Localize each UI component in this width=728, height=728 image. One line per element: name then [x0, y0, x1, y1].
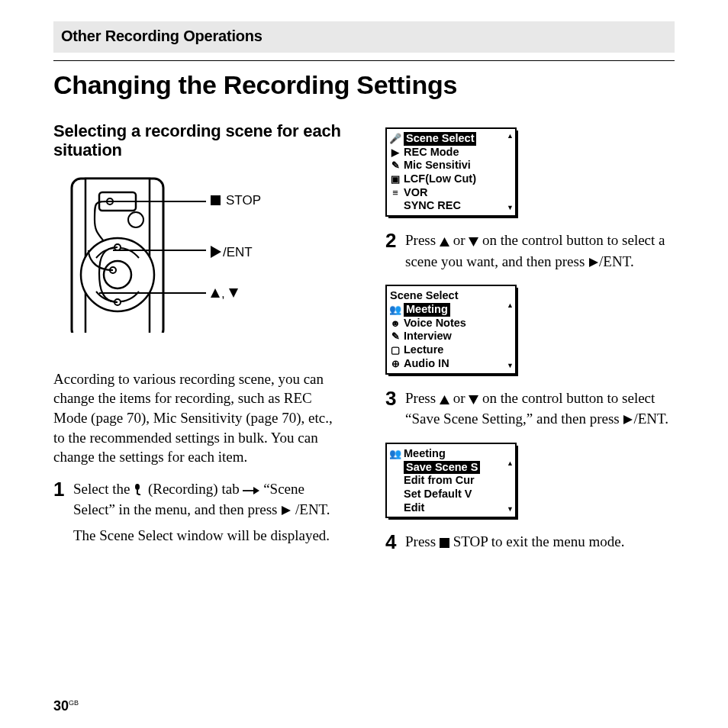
stop-square-icon — [440, 533, 449, 553]
step2-d: /ENT. — [599, 253, 634, 269]
svg-text:,: , — [221, 286, 225, 301]
step-1: 1 Select the (Recording) tab “Scene Sele… — [53, 479, 343, 550]
lcd1-row: LCF(Low Cut) — [404, 172, 476, 186]
step4-a: Press — [405, 533, 440, 549]
lcd1-selected: Scene Select — [404, 132, 476, 146]
device-diagram: STOP /ENT , — [56, 174, 343, 350]
step-body: Press or on the control button to select… — [405, 388, 675, 435]
svg-marker-18 — [211, 288, 220, 298]
page-title: Changing the Recording Settings — [53, 70, 675, 100]
audio-in-icon: ⊕ — [390, 358, 401, 370]
down-triangle-icon — [469, 390, 478, 410]
scroll-down-icon: ▼ — [507, 204, 514, 212]
step-3: 3 Press or on the control button to sele… — [385, 388, 675, 435]
manual-page: Other Recording Operations Changing the … — [0, 0, 728, 728]
svg-marker-28 — [440, 395, 449, 404]
lcd3-row: Edit — [404, 501, 424, 515]
meeting-icon: 👥 — [390, 304, 401, 316]
lcd2-row: Lecture — [404, 343, 443, 357]
lcd-screen-2: Scene Select ▲ 👥Meeting ☻Voice Notes ✎In… — [385, 285, 517, 374]
svg-marker-27 — [589, 258, 598, 267]
lcd1-row: Mic Sensitivi — [404, 159, 471, 172]
step-number: 2 — [385, 230, 401, 250]
right-column: ▲ 🎤Scene Select ▶REC Mode ✎Mic Sensitivi… — [385, 121, 675, 565]
horizontal-rule — [53, 60, 675, 61]
step-body: Select the (Recording) tab “Scene Select… — [73, 479, 343, 550]
svg-point-21 — [135, 484, 140, 490]
lcd1-row: VOR — [404, 186, 427, 200]
lcd2-selected: Meeting — [404, 303, 450, 317]
play-icon — [588, 253, 599, 273]
svg-marker-16 — [211, 246, 221, 258]
step1-text-a: Select the — [73, 481, 134, 497]
svg-marker-23 — [253, 487, 259, 494]
lcd1-row: REC Mode — [404, 146, 459, 159]
scroll-down-icon: ▼ — [507, 362, 514, 370]
step-number: 3 — [385, 388, 401, 408]
svg-point-5 — [104, 261, 131, 288]
scroll-up-icon: ▲ — [507, 301, 514, 310]
step3-b: or — [453, 390, 469, 406]
pencil-icon: ✎ — [390, 159, 401, 172]
svg-rect-31 — [440, 538, 449, 548]
step3-d: /ENT. — [633, 411, 668, 427]
step4-b: STOP to exit the menu mode. — [453, 533, 625, 549]
scroll-down-icon: ▼ — [507, 505, 514, 514]
step1-text-d: /ENT. — [295, 501, 330, 517]
microphone-icon — [134, 481, 144, 501]
lcd3-row: Set Default V — [404, 488, 472, 501]
header-band: Other Recording Operations — [53, 21, 675, 53]
left-column: Selecting a recording scene for each sit… — [53, 121, 343, 565]
up-triangle-icon — [440, 390, 449, 410]
svg-marker-24 — [282, 506, 291, 515]
svg-rect-14 — [211, 195, 221, 205]
meeting-icon: 👥 — [390, 448, 401, 460]
lcd1-row: SYNC REC — [404, 199, 461, 213]
svg-rect-2 — [67, 333, 168, 350]
scroll-up-icon: ▲ — [507, 132, 514, 140]
page-footer: 30GB — [53, 698, 79, 714]
microphone-icon: 🎤 — [390, 133, 401, 145]
display-icon: ▣ — [390, 173, 401, 185]
up-triangle-icon — [440, 232, 449, 252]
intro-paragraph: According to various recording scene, yo… — [53, 369, 343, 467]
section-label: Other Recording Operations — [61, 27, 667, 45]
svg-marker-25 — [440, 237, 449, 246]
lcd2-row: Interview — [404, 330, 452, 343]
voice-icon: ☻ — [390, 317, 401, 330]
step2-a: Press — [405, 232, 440, 248]
step-4: 4 Press STOP to exit the menu mode. — [385, 532, 675, 558]
play-icon — [623, 411, 633, 430]
step3-a: Press — [405, 390, 440, 406]
svg-marker-20 — [229, 288, 238, 298]
svg-marker-29 — [469, 395, 478, 404]
svg-text:/ENT: /ENT — [223, 245, 253, 259]
step-body: Press or on the control button to select… — [405, 230, 675, 277]
step-number: 1 — [53, 479, 69, 499]
columns: Selecting a recording scene for each sit… — [53, 121, 675, 565]
step-number: 4 — [385, 532, 401, 552]
lcd3-row: Edit from Cur — [404, 474, 475, 488]
subheading: Selecting a recording scene for each sit… — [53, 121, 343, 160]
step1-sub: The Scene Select window will be displaye… — [73, 526, 343, 546]
page-number: 30 — [53, 698, 69, 714]
step1-text-b: (Recording) tab — [148, 481, 243, 497]
svg-text:STOP: STOP — [226, 193, 261, 208]
scroll-up-icon: ▲ — [507, 459, 514, 468]
svg-marker-26 — [469, 237, 478, 246]
pencil-icon: ✎ — [390, 330, 401, 343]
lcd-screen-1: ▲ 🎤Scene Select ▶REC Mode ✎Mic Sensitivi… — [385, 127, 517, 217]
step2-b: or — [453, 232, 469, 248]
lcd2-row: Audio IN — [404, 357, 449, 371]
region-code: GB — [69, 699, 79, 707]
play-icon: ▶ — [390, 147, 401, 159]
settings-icon: ≡ — [390, 187, 401, 199]
svg-point-6 — [128, 212, 143, 227]
lcd-screen-3: 👥Meeting ▲ Save Scene S Edit from Cur Se… — [385, 443, 517, 518]
step-2: 2 Press or on the control button to sele… — [385, 230, 675, 277]
arrow-right-icon — [243, 481, 259, 501]
lcd2-row: Voice Notes — [404, 317, 466, 330]
down-triangle-icon — [469, 232, 478, 252]
lcd2-title: Scene Select — [390, 289, 458, 303]
lcd3-title: Meeting — [404, 447, 446, 461]
